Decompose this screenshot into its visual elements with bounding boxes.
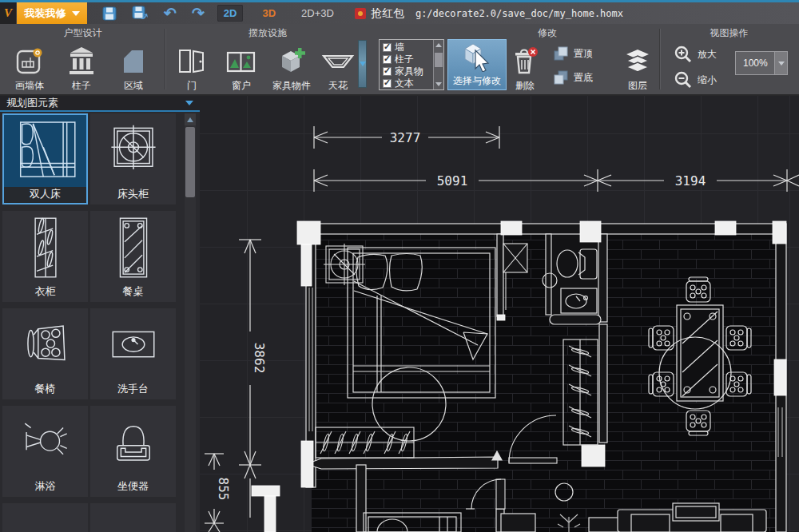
save-as-icon: [132, 6, 149, 21]
select-modify-button[interactable]: 选择与修改: [447, 39, 507, 90]
save-as-button[interactable]: [132, 6, 149, 21]
palette-item-label: 坐便器: [90, 479, 176, 497]
view-mode-3d-tab[interactable]: 3D: [256, 5, 282, 22]
filter-scrollbar[interactable]: [433, 40, 443, 89]
sidebar-scrollbar[interactable]: [185, 113, 196, 532]
palette-header-label: 规划图元素: [6, 96, 185, 110]
door-button[interactable]: 门: [169, 40, 214, 93]
palette-item-toilet[interactable]: 坐便器: [90, 406, 176, 497]
bring-to-top-label: 置顶: [574, 47, 593, 61]
scrollbar-thumb[interactable]: [185, 127, 195, 197]
undo-button[interactable]: ↶: [164, 6, 177, 21]
palette-header[interactable]: 规划图元素: [0, 96, 200, 112]
palette-item-label: 床头柜: [90, 187, 176, 204]
wardrobe-drawing: [9, 215, 82, 280]
send-to-bottom-label: 置底: [574, 71, 593, 85]
palette-item-wardrobe[interactable]: 衣柜: [2, 211, 88, 302]
scrollbar-thumb[interactable]: [435, 53, 443, 67]
group-title-modify: 修改: [447, 26, 647, 40]
palette-item-nightstand[interactable]: 床头柜: [90, 113, 176, 204]
scroll-down-icon[interactable]: [434, 79, 443, 89]
checkbox-checked-icon[interactable]: [383, 43, 392, 52]
app-logo: V: [0, 2, 16, 24]
save-button[interactable]: [102, 6, 117, 21]
dropdown-arrow[interactable]: [774, 52, 787, 74]
palette-item-label: 双人床: [2, 187, 88, 204]
ceiling-button[interactable]: 天花: [318, 40, 358, 93]
palette-item-label: 洗手台: [90, 382, 176, 399]
redo-button[interactable]: ↷: [192, 6, 205, 21]
ceiling-icon: [321, 46, 355, 77]
palette-item-dining-table[interactable]: 餐桌: [90, 211, 176, 302]
drawing-canvas[interactable]: 3277 5091 3194 3862 855: [200, 96, 799, 532]
floor-plan: 3277 5091 3194 3862 855: [200, 96, 799, 532]
palette-item-label: 衣柜: [2, 284, 88, 302]
dim-5091: 5091: [437, 173, 468, 189]
delete-trash-icon: [511, 46, 539, 77]
delete-button[interactable]: 删除: [508, 40, 542, 93]
draw-wall-button[interactable]: 画墙体: [5, 40, 54, 93]
filter-label: 文本: [395, 77, 414, 89]
dimension-left-vertical: [239, 240, 261, 518]
filter-row-pillar[interactable]: 柱子: [383, 54, 433, 66]
main-menu-label: 我装我修: [25, 6, 66, 21]
checkbox-checked-icon[interactable]: [383, 67, 392, 76]
furniture-object-button[interactable]: 家具物件: [265, 40, 318, 93]
pillar-label: 柱子: [72, 79, 91, 93]
shower-drawing: [9, 410, 82, 475]
red-packet-label[interactable]: 抢红包: [371, 6, 404, 21]
window-icon: [225, 46, 257, 77]
dim-855: 855: [216, 478, 231, 501]
draw-wall-label: 画墙体: [15, 79, 44, 93]
view-mode-2d-tab[interactable]: 2D: [217, 5, 244, 22]
pillar-icon: [66, 46, 97, 77]
send-to-bottom-button[interactable]: 置底: [553, 69, 593, 85]
zoom-in-button[interactable]: 放大: [674, 45, 717, 64]
window-button[interactable]: 窗户: [217, 40, 265, 93]
element-palette-sidebar: 规划图元素 双人床: [0, 96, 200, 532]
palette-item-sink[interactable]: 洗手台: [90, 308, 176, 399]
group-title-view: 视图操作: [659, 26, 799, 40]
save-icon: [102, 6, 117, 21]
draw-wall-icon: [14, 46, 45, 77]
palette-item-shower[interactable]: 淋浴: [2, 406, 88, 497]
window-label: 窗户: [232, 79, 251, 93]
filter-row-furniture[interactable]: 家具物: [383, 66, 433, 77]
palette-item-label: 淋浴: [2, 479, 88, 497]
palette-item-partial[interactable]: [2, 503, 88, 532]
palette-item-partial[interactable]: [90, 503, 176, 532]
layers-button[interactable]: 图层: [617, 40, 658, 93]
red-packet-icon[interactable]: [355, 8, 366, 19]
partial-drawing: [9, 516, 82, 532]
send-to-bottom-icon: [553, 69, 569, 85]
main-menu-button[interactable]: 我装我修: [17, 2, 87, 24]
zoom-out-label: 缩小: [698, 73, 717, 87]
group-title-place: 摆放设施: [165, 26, 370, 40]
select-modify-icon: [460, 40, 494, 72]
zoom-level-dropdown[interactable]: 100%: [735, 51, 788, 75]
region-icon: [118, 46, 149, 77]
filter-row-text[interactable]: 文本: [383, 77, 433, 89]
zoom-out-button[interactable]: 缩小: [674, 70, 717, 89]
bring-to-top-button[interactable]: 置顶: [553, 46, 593, 62]
nightstand-drawing: [97, 117, 170, 183]
palette-item-dining-chair[interactable]: 餐椅: [2, 308, 88, 399]
scroll-up-icon[interactable]: [185, 113, 196, 125]
palette-scrollbar[interactable]: [358, 40, 367, 88]
group-title-floorplan: 户型设计: [0, 26, 165, 40]
filter-row-wall[interactable]: 墙: [383, 42, 433, 54]
title-bar: V 我装我修 ↶ ↷ 2D 3D 2D+3D 抢红包 g:/dec: [0, 0, 799, 24]
region-label: 区域: [124, 79, 143, 93]
select-modify-label: 选择与修改: [453, 74, 501, 88]
pillar-button[interactable]: 柱子: [58, 40, 105, 93]
furniture-object-label: 家具物件: [272, 79, 311, 93]
checkbox-checked-icon[interactable]: [383, 79, 392, 88]
checkbox-checked-icon[interactable]: [383, 55, 392, 64]
palette-item-double-bed[interactable]: 双人床: [2, 113, 88, 204]
layers-icon: [622, 48, 653, 77]
chevron-down-icon: [72, 11, 80, 16]
door-label: 门: [187, 79, 197, 93]
region-button[interactable]: 区域: [109, 40, 158, 93]
scroll-up-icon[interactable]: [434, 40, 443, 50]
view-mode-2d3d-tab[interactable]: 2D+3D: [295, 5, 340, 22]
